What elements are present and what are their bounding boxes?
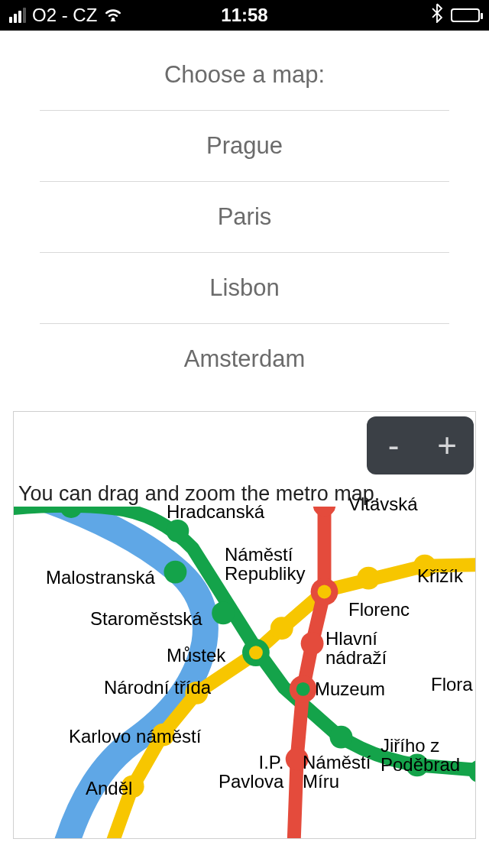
station-dot xyxy=(166,520,189,542)
station-dot xyxy=(301,632,324,655)
status-bar: O2 - CZ 11:58 xyxy=(0,0,489,31)
zoom-in-button[interactable]: + xyxy=(420,416,474,474)
station-dot xyxy=(164,561,186,584)
label-krizik: Křižík xyxy=(417,566,463,585)
label-nam-rep: Náměstí Republiky xyxy=(225,545,305,583)
label-narodni: Národní třída xyxy=(104,678,211,697)
picker-item-paris[interactable]: Paris xyxy=(40,182,449,253)
station-florenc-core xyxy=(318,585,332,599)
picker-title: Choose a map: xyxy=(40,40,449,111)
picker-item-amsterdam[interactable]: Amsterdam xyxy=(40,324,449,394)
station-dot xyxy=(313,507,336,517)
zoom-out-button[interactable]: - xyxy=(367,416,420,474)
label-karlovo: Karlovo náměstí xyxy=(69,727,201,746)
station-muzeum-core xyxy=(296,682,310,696)
clock: 11:58 xyxy=(0,5,489,26)
label-nam-miru: Náměstí Míru xyxy=(303,753,371,791)
label-malostranska: Malostranská xyxy=(46,568,155,587)
picker-item-prague[interactable]: Prague xyxy=(40,111,449,182)
station-dot xyxy=(357,567,380,590)
label-florenc: Florenc xyxy=(348,600,410,619)
picker-item-lisbon[interactable]: Lisbon xyxy=(40,253,449,324)
zoom-controls: - + xyxy=(367,416,474,474)
station-dot xyxy=(329,726,352,749)
label-mustek: Můstek xyxy=(167,646,225,665)
metro-map[interactable]: Hradcanská Malostranská Staroměstská Můs… xyxy=(14,507,475,838)
label-flora: Flora xyxy=(431,675,473,694)
label-ip-pavlova: I.P. Pavlova xyxy=(219,753,283,791)
station-dot xyxy=(270,617,293,640)
label-jiriho: Jiřího z Poděbrad xyxy=(381,736,460,774)
label-andel: Anděl xyxy=(86,779,132,798)
city-picker: Choose a map: Prague Paris Lisbon Amster… xyxy=(40,40,449,394)
station-mustek-core xyxy=(249,646,263,659)
map-panel: - + You can drag and zoom the metro map. xyxy=(13,411,476,839)
label-hlavni: Hlavní nádraží xyxy=(325,629,387,667)
label-staromestska: Staroměstská xyxy=(90,609,202,628)
map-hint: You can drag and zoom the metro map. xyxy=(18,482,471,506)
label-muzeum: Muzeum xyxy=(315,679,385,698)
station-dot xyxy=(212,601,235,624)
battery-icon xyxy=(451,8,480,22)
